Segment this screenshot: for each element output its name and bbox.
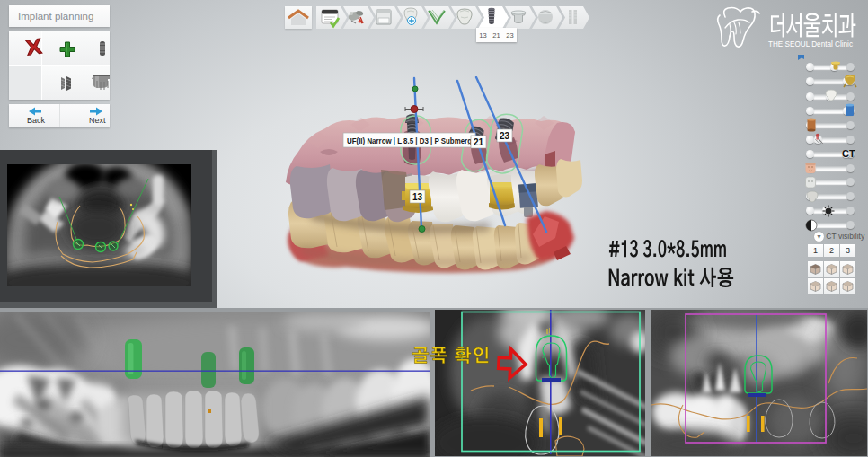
svg-text:Next: Next [89,116,106,125]
svg-text:Back: Back [27,116,46,125]
svg-text:13: 13 [412,192,423,202]
svg-text:23: 23 [500,131,510,141]
svg-text:THE SEOUL Dental Clinic: THE SEOUL Dental Clinic [768,40,853,48]
svg-text:CT: CT [842,148,855,159]
svg-text:UF(II) Narrow | L 8.5 | D3 | P: UF(II) Narrow | L 8.5 | D3 | P Submerg [347,136,472,145]
svg-text:21: 21 [474,137,484,147]
